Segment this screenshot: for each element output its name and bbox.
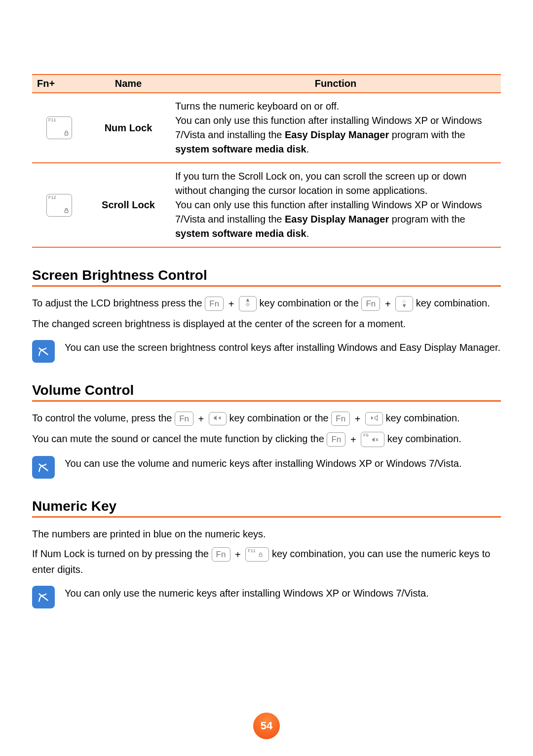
note-text: You can use the volume and numeric keys … [65,456,461,471]
divider [32,285,501,287]
note-volume: You can use the volume and numeric keys … [32,456,501,479]
svg-rect-4 [259,555,262,557]
numeric-line2: If Num Lock is turned on by pressing the… [32,546,501,577]
page-number: 54 [253,713,280,739]
cell-function: Turns the numeric keyboard on or off.You… [170,93,501,163]
brightness-down-icon: ▼ [395,296,413,311]
th-function: Function [170,75,501,93]
note-icon [32,586,55,608]
plus-sign: + [235,547,241,562]
scrolllock-icon [63,207,70,215]
plus-sign: + [355,412,361,426]
note-numeric: You can only use the numeric keys after … [32,586,501,608]
divider [32,400,501,402]
key-fn: Fn [331,412,350,426]
svg-rect-1 [65,210,68,212]
key-fn: Fn [212,547,230,562]
key-fn: Fn [361,297,380,311]
volume-line2: You can mute the sound or cancel the mut… [32,431,501,447]
plus-sign: + [228,297,234,311]
fn-key-table: Fn+ Name Function F11 Num Lock Turns the… [32,74,501,248]
note-text: You can use the screen brightness contro… [65,340,500,355]
key-f6-mute: F6 [361,432,384,447]
plus-sign: + [350,432,356,447]
key-f11: F11 [46,116,72,139]
svg-point-3 [403,301,405,302]
cell-name: Scroll Lock [86,163,170,247]
note-brightness: You can use the screen brightness contro… [32,340,501,363]
th-name: Name [86,75,170,93]
table-row: F12 Scroll Lock If you turn the Scroll L… [32,163,501,247]
volume-up-icon [209,412,227,425]
volume-down-icon [365,412,383,425]
cell-name: Num Lock [86,93,170,163]
key-fn: Fn [175,412,193,426]
cell-function: If you turn the Scroll Lock on, you can … [170,163,501,247]
key-f12: F12 [46,194,72,217]
svg-point-2 [247,303,249,305]
plus-sign: + [385,297,391,311]
key-fn: Fn [327,432,345,447]
note-text: You can only use the numeric keys after … [65,586,429,601]
note-icon [32,456,55,479]
numlock-icon [63,130,70,137]
key-fn: Fn [205,297,224,311]
th-fn: Fn+ [32,75,86,93]
brightness-line2: The changed screen brightness is display… [32,316,501,331]
heading-volume: Volume Control [32,382,501,398]
plus-sign: + [198,412,204,426]
volume-line1: To control the volume, press the Fn + ke… [32,411,501,426]
key-f11-numlock: F11 [245,547,269,562]
heading-brightness: Screen Brightness Control [32,267,501,283]
brightness-line1: To adjust the LCD brightness press the F… [32,296,501,311]
numeric-line1: The numbers are printed in blue on the n… [32,527,501,541]
heading-numeric: Numeric Key [32,498,501,514]
table-row: F11 Num Lock Turns the numeric keyboard … [32,93,501,163]
brightness-up-icon: ▲ [239,296,257,311]
page: Fn+ Name Function F11 Num Lock Turns the… [0,0,533,756]
note-icon [32,340,55,363]
divider [32,516,501,518]
